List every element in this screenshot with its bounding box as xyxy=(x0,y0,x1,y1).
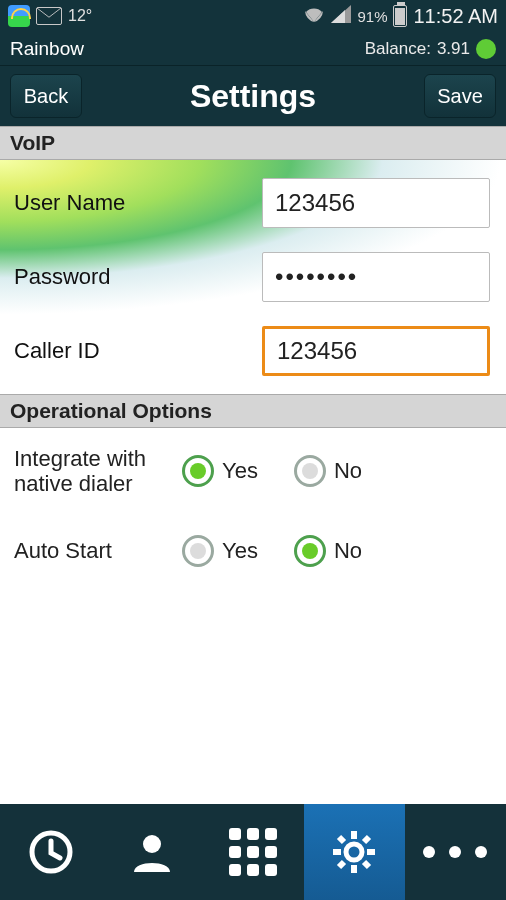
tab-recents[interactable] xyxy=(0,804,101,900)
integrate-label: Integrate with native dialer xyxy=(14,446,182,497)
username-input[interactable] xyxy=(262,178,490,228)
tab-more[interactable] xyxy=(405,804,506,900)
battery-percent: 91% xyxy=(357,8,387,25)
more-icon xyxy=(423,846,487,858)
integrate-yes-radio[interactable]: Yes xyxy=(182,455,258,487)
clock: 11:52 AM xyxy=(413,5,498,28)
voip-panel: User Name Password Caller ID xyxy=(0,160,506,394)
radio-label: No xyxy=(334,458,362,484)
temperature: 12° xyxy=(68,7,92,25)
autostart-yes-radio[interactable]: Yes xyxy=(182,535,258,567)
app-header: Rainbow Balance:3.91 xyxy=(0,32,506,66)
operational-panel: Integrate with native dialer Yes No Auto… xyxy=(0,428,506,579)
autostart-label: Auto Start xyxy=(14,538,182,563)
svg-line-9 xyxy=(339,862,344,867)
callerid-input[interactable] xyxy=(262,326,490,376)
gear-icon xyxy=(330,828,378,876)
radio-on-icon xyxy=(294,535,326,567)
rainbow-app-icon xyxy=(8,5,30,27)
android-status-bar: 12° 91% 11:52 AM xyxy=(0,0,506,32)
svg-point-1 xyxy=(143,835,161,853)
radio-label: Yes xyxy=(222,538,258,564)
mail-notification-icon xyxy=(36,7,62,25)
svg-line-8 xyxy=(364,862,369,867)
radio-off-icon xyxy=(294,455,326,487)
person-icon xyxy=(128,828,176,876)
password-label: Password xyxy=(14,264,262,290)
tab-dialpad[interactable] xyxy=(202,804,303,900)
status-dot-icon xyxy=(476,39,496,59)
battery-icon xyxy=(393,5,407,27)
balance: Balance:3.91 xyxy=(365,39,496,59)
clock-icon xyxy=(27,828,75,876)
integrate-no-radio[interactable]: No xyxy=(294,455,362,487)
svg-point-2 xyxy=(346,844,362,860)
cell-signal-icon xyxy=(331,5,351,28)
username-label: User Name xyxy=(14,190,262,216)
autostart-no-radio[interactable]: No xyxy=(294,535,362,567)
voip-section-header: VoIP xyxy=(0,126,506,160)
app-title: Rainbow xyxy=(10,38,84,60)
password-input[interactable] xyxy=(262,252,490,302)
save-button[interactable]: Save xyxy=(424,74,496,118)
operational-section-header: Operational Options xyxy=(0,394,506,428)
balance-value: 3.91 xyxy=(437,39,470,59)
back-button[interactable]: Back xyxy=(10,74,82,118)
radio-off-icon xyxy=(182,535,214,567)
title-bar: Back Settings Save xyxy=(0,66,506,126)
tab-settings[interactable] xyxy=(304,804,405,900)
dialpad-icon xyxy=(229,828,277,876)
svg-line-7 xyxy=(339,837,344,842)
radio-label: Yes xyxy=(222,458,258,484)
wifi-icon xyxy=(303,5,325,28)
callerid-label: Caller ID xyxy=(14,338,262,364)
page-title: Settings xyxy=(82,78,424,115)
bottom-tab-bar xyxy=(0,804,506,900)
radio-on-icon xyxy=(182,455,214,487)
radio-label: No xyxy=(334,538,362,564)
tab-contacts[interactable] xyxy=(101,804,202,900)
svg-line-10 xyxy=(364,837,369,842)
balance-label: Balance: xyxy=(365,39,431,59)
